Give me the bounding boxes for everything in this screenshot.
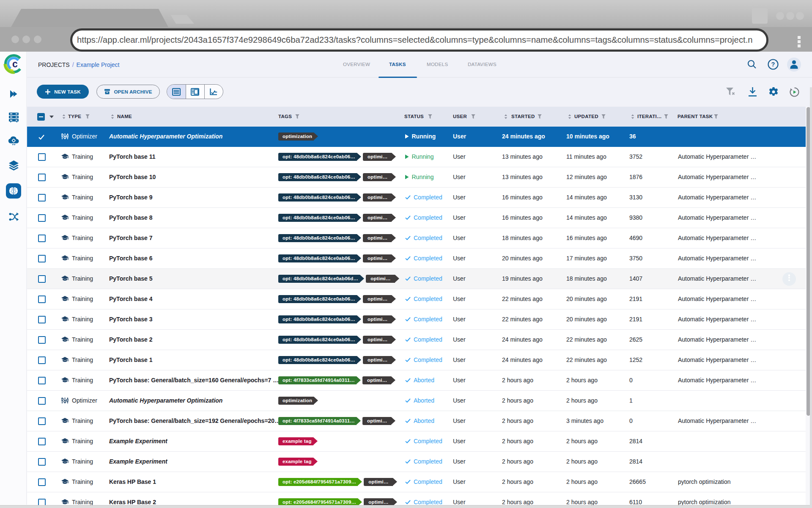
svg-text:c: c	[12, 58, 18, 69]
